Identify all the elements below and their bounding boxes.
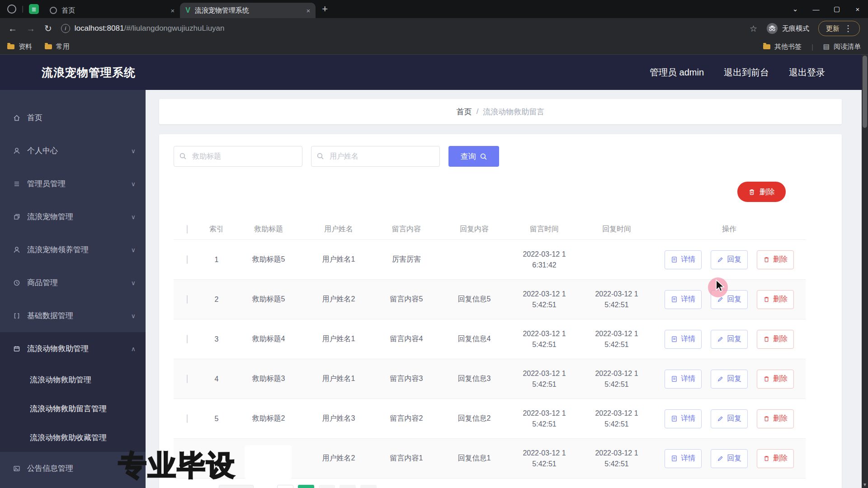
sidebar-item-rescue-mgmt[interactable]: 流浪动物救助管理 ∧	[0, 332, 146, 365]
column-header: 回复时间	[580, 225, 653, 234]
brackets-icon	[13, 312, 21, 320]
row-checkbox[interactable]	[187, 375, 188, 383]
update-label: 更新	[826, 24, 840, 33]
reading-list-button[interactable]: ▤ 阅读清单	[823, 42, 861, 51]
scrollbar[interactable]: ▼	[862, 55, 868, 488]
forward-icon[interactable]: →	[26, 23, 35, 34]
delete-button[interactable]: 删除	[757, 370, 794, 389]
breadcrumb-home[interactable]: 首页	[457, 107, 472, 117]
delete-button[interactable]: 删除	[757, 290, 794, 309]
site-info-icon[interactable]: i	[61, 24, 70, 33]
back-icon[interactable]: ←	[8, 23, 17, 34]
select-all-checkbox[interactable]	[187, 225, 188, 234]
row-checkbox[interactable]	[187, 295, 188, 304]
detail-button[interactable]: 详情	[665, 370, 702, 389]
detail-label: 详情	[681, 454, 695, 463]
row-checkbox[interactable]	[187, 414, 188, 423]
reply-label: 回复	[727, 454, 741, 463]
pagination-prev-button[interactable]	[277, 485, 293, 488]
sidebar-item-user-mgmt[interactable]: 用户管理 ∨	[0, 485, 146, 488]
search-icon	[316, 152, 324, 162]
bookmark-folder-changyong[interactable]: 常用	[45, 42, 70, 51]
address-bar[interactable]: i localhost:8081/#/liulangdongwujiuzhuLi…	[61, 24, 741, 33]
copy-icon	[13, 213, 21, 221]
other-bookmarks-folder[interactable]: 其他书签	[763, 42, 802, 51]
tab-home[interactable]: 首页 ×	[44, 3, 180, 18]
close-button[interactable]: ×	[847, 5, 868, 13]
menu-dots-icon[interactable]: ⋮	[844, 23, 852, 33]
search-icon	[480, 153, 487, 160]
document-icon	[671, 415, 678, 422]
update-button[interactable]: 更新 ⋮	[818, 21, 860, 36]
cell-title: 救助标题2	[232, 414, 305, 423]
trash-icon	[763, 375, 770, 382]
bookmark-folder-ziliao[interactable]: 资料	[7, 42, 32, 51]
trash-icon	[763, 296, 770, 303]
reply-button[interactable]: 回复	[711, 370, 748, 389]
sidebar-subitem-rescue[interactable]: 流浪动物救助管理	[0, 365, 146, 394]
detail-button[interactable]: 详情	[665, 250, 702, 269]
sidebar-subitem-rescue-message[interactable]: 流浪动物救助留言管理	[0, 394, 146, 423]
message-table: 索引 救助标题 用户姓名 留言内容 回复内容 留言时间 回复时间 操作 1 救助…	[174, 219, 806, 479]
pagination-page[interactable]	[340, 485, 356, 488]
delete-button[interactable]: 删除	[757, 409, 794, 428]
vue-favicon-icon: V	[185, 6, 190, 14]
sidebar-item-home[interactable]: 首页	[0, 101, 146, 134]
cell-user: 用户姓名2	[305, 454, 373, 463]
browser-tab-strip: | ≣ 首页 × V 流浪宠物管理系统 × + ⌄ — ▢ ×	[0, 0, 868, 18]
new-tab-button[interactable]: +	[322, 3, 328, 15]
watermark-text: 专业毕设	[118, 446, 236, 484]
reply-label: 回复	[727, 374, 741, 384]
pinned-tab-icon[interactable]	[7, 5, 16, 14]
delete-button[interactable]: 删除	[757, 330, 794, 349]
rescue-title-input[interactable]	[174, 146, 302, 167]
maximize-button[interactable]: ▢	[826, 5, 847, 13]
sidebar-item-pet-mgmt[interactable]: 流浪宠物管理 ∨	[0, 200, 146, 233]
to-frontend-link[interactable]: 退出到前台	[724, 66, 769, 79]
tab-pet-system[interactable]: V 流浪宠物管理系统 ×	[180, 3, 316, 18]
bookmark-star-icon[interactable]: ☆	[750, 23, 757, 34]
sidebar-item-label: 管理员管理	[27, 178, 66, 189]
scrollbar-thumb[interactable]	[863, 56, 867, 128]
reply-button[interactable]: 回复	[711, 250, 748, 269]
tab-close-icon[interactable]: ×	[306, 7, 310, 14]
pinned-green-tab-icon[interactable]: ≣	[29, 4, 39, 14]
tab-search-chevron-icon[interactable]: ⌄	[785, 5, 806, 13]
user-name-input[interactable]	[311, 146, 440, 167]
sidebar-item-adoption-mgmt[interactable]: 流浪宠物领养管理 ∨	[0, 233, 146, 266]
detail-button[interactable]: 详情	[665, 409, 702, 428]
detail-label: 详情	[681, 374, 695, 384]
minimize-button[interactable]: —	[806, 5, 826, 13]
detail-button[interactable]: 详情	[665, 290, 702, 309]
sidebar-item-profile[interactable]: 个人中心 ∨	[0, 134, 146, 167]
bulk-delete-button[interactable]: 删除	[737, 182, 786, 202]
reply-button[interactable]: 回复	[711, 449, 748, 468]
reply-button[interactable]: 回复	[711, 409, 748, 428]
row-checkbox[interactable]	[187, 255, 188, 264]
detail-button[interactable]: 详情	[665, 330, 702, 349]
cell-message-time: 2022-03-12 15:42:51	[521, 408, 567, 429]
pagination-next-button[interactable]	[360, 485, 377, 488]
pagination-size-select[interactable]	[219, 485, 254, 488]
cell-message: 留言内容5	[373, 295, 440, 304]
scroll-down-icon[interactable]: ▼	[862, 481, 868, 488]
column-header: 操作	[653, 225, 806, 234]
sidebar-item-admin-mgmt[interactable]: 管理员管理 ∨	[0, 167, 146, 200]
pagination-active-page[interactable]	[298, 485, 314, 488]
breadcrumb-separator: /	[476, 107, 479, 116]
pencil-icon	[717, 256, 724, 263]
tab-close-icon[interactable]: ×	[170, 7, 175, 14]
delete-button[interactable]: 删除	[757, 449, 794, 468]
logout-link[interactable]: 退出登录	[789, 66, 825, 79]
detail-button[interactable]: 详情	[665, 449, 702, 468]
delete-button[interactable]: 删除	[757, 250, 794, 269]
reload-icon[interactable]: ↻	[44, 23, 52, 34]
row-checkbox[interactable]	[187, 335, 188, 343]
sidebar-item-basedata-mgmt[interactable]: 基础数据管理 ∨	[0, 299, 146, 332]
search-button[interactable]: 查询	[448, 146, 499, 167]
cell-index: 3	[201, 335, 232, 343]
reply-button[interactable]: 回复	[711, 330, 748, 349]
pagination-page[interactable]	[319, 485, 335, 488]
sidebar-item-label: 个人中心	[27, 145, 58, 156]
sidebar-item-goods-mgmt[interactable]: 商品管理 ∨	[0, 266, 146, 299]
